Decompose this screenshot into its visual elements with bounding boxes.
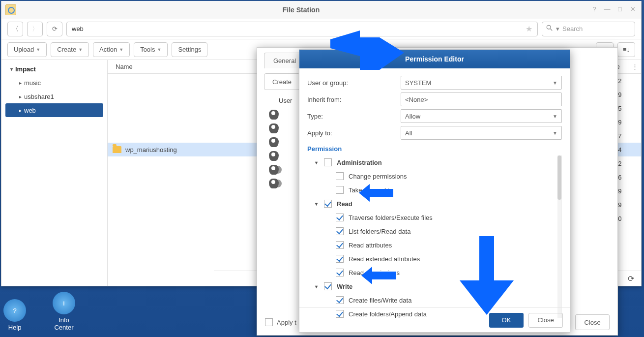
user-or-group-label: User or group:: [307, 79, 401, 87]
chevron-right-icon: 〉: [32, 25, 38, 33]
user-icon: [269, 151, 279, 161]
checkbox[interactable]: [336, 255, 344, 263]
type-label: Type:: [307, 113, 401, 120]
user-or-group-select[interactable]: SYSTEM▼: [401, 76, 562, 90]
checkbox[interactable]: [324, 200, 332, 208]
close-icon[interactable]: ✕: [628, 5, 637, 14]
info-icon: i: [63, 300, 65, 307]
path-value: web: [72, 25, 84, 32]
group-icon: [269, 179, 279, 188]
search-placeholder: Search: [562, 25, 583, 32]
perm-group-write[interactable]: ▾Write: [307, 279, 559, 293]
checkbox[interactable]: [336, 296, 344, 304]
perm-item[interactable]: Read permissions: [307, 266, 559, 279]
permission-editor-dialog: Permission Editor User or group: SYSTEM▼…: [299, 49, 570, 333]
inherit-label: Inherit from:: [307, 96, 401, 103]
svg-point-0: [547, 25, 551, 29]
perm-item[interactable]: List folders/Read data: [307, 224, 559, 238]
perm-item[interactable]: Change permissions: [307, 169, 559, 183]
perm-item[interactable]: Traverse folders/Execute files: [307, 211, 559, 224]
settings-button[interactable]: Settings: [172, 42, 207, 57]
search-input[interactable]: ▾ Search: [542, 22, 635, 36]
collapse-icon: ▾: [8, 66, 14, 72]
caret-down-icon: ▼: [553, 80, 557, 86]
checkbox[interactable]: [336, 214, 344, 221]
sidebar: ▾Impact ▸music ▸usbshare1 ▸web: [1, 60, 108, 286]
collapse-icon: ▾: [315, 201, 321, 207]
scrollbar[interactable]: [557, 155, 561, 318]
upload-button[interactable]: Upload▼: [7, 42, 47, 57]
checkbox[interactable]: [336, 172, 344, 180]
create-button[interactable]: Create▼: [51, 42, 89, 57]
ok-button[interactable]: OK: [489, 313, 524, 328]
perm-group-read[interactable]: ▾Read: [307, 197, 559, 211]
menu-dots-icon[interactable]: ⋮: [632, 63, 638, 70]
file-name: wp_mariushosting: [125, 146, 177, 153]
maximize-icon[interactable]: □: [615, 5, 624, 14]
minimize-icon[interactable]: —: [603, 5, 612, 14]
nav-toolbar: 〈 〉 ⟳ web ★ ▾ Search: [1, 19, 641, 39]
caret-down-icon: ▼: [36, 47, 40, 52]
group-icon: [269, 165, 279, 175]
refresh-icon: ⟳: [52, 25, 58, 32]
folder-icon: [113, 146, 121, 153]
window-title: File Station: [16, 6, 586, 14]
taskbar-info-center[interactable]: i Info Center: [49, 292, 79, 331]
apply-to-label: Apply to:: [307, 129, 401, 137]
caret-down-icon: ▼: [553, 114, 557, 119]
action-button[interactable]: Action▼: [93, 42, 130, 57]
help-icon: ?: [13, 307, 16, 314]
refresh-button[interactable]: ⟳: [47, 22, 62, 36]
perm-item[interactable]: Read attributes: [307, 238, 559, 252]
perm-item[interactable]: Take ownership: [307, 183, 559, 197]
permission-section-title: Permission: [307, 145, 562, 153]
tools-button[interactable]: Tools▼: [134, 42, 168, 57]
svg-line-1: [551, 29, 553, 31]
close-button[interactable]: Close: [528, 313, 563, 328]
checkbox[interactable]: [336, 241, 344, 249]
user-icon: [269, 110, 279, 120]
app-icon: [5, 4, 16, 15]
perm-group-administration[interactable]: ▾Administration: [307, 155, 559, 169]
tree-item-web[interactable]: ▸web: [5, 103, 103, 117]
collapse-icon: ▾: [315, 160, 321, 165]
permission-tree: ▾Administration Change permissions Take …: [307, 155, 562, 318]
checkbox[interactable]: [336, 269, 344, 276]
expand-icon: ▸: [17, 108, 23, 113]
refresh-icon[interactable]: ⟳: [628, 274, 634, 283]
user-icon: [269, 123, 279, 133]
user-icon: [269, 137, 279, 147]
checkbox[interactable]: [336, 186, 344, 194]
create-permission-button[interactable]: Create: [264, 73, 300, 90]
help-icon[interactable]: ?: [590, 5, 599, 14]
dialog-title: Permission Editor: [299, 50, 570, 68]
chevron-left-icon: 〈: [12, 25, 19, 33]
search-icon: [546, 25, 553, 33]
expand-icon: ▸: [17, 80, 23, 86]
inherit-display: <None>: [401, 92, 562, 106]
caret-down-icon: ▼: [553, 130, 557, 136]
titlebar: File Station ? — □ ✕: [1, 1, 641, 19]
collapse-icon: ▾: [315, 284, 321, 289]
path-input[interactable]: web ★: [66, 22, 538, 36]
apply-to-select[interactable]: All▼: [401, 126, 562, 140]
sort-button[interactable]: ≡↓: [617, 42, 635, 57]
caret-down-icon: ▼: [119, 47, 123, 52]
taskbar-help[interactable]: ? Help: [0, 299, 29, 331]
back-button[interactable]: 〈: [7, 22, 23, 36]
apply-checkbox[interactable]: [265, 318, 273, 326]
perm-item[interactable]: Read extended attributes: [307, 252, 559, 266]
tree-item-usbshare1[interactable]: ▸usbshare1: [5, 90, 103, 103]
tree-item-music[interactable]: ▸music: [5, 76, 103, 90]
caret-down-icon: ▼: [157, 47, 162, 52]
close-button[interactable]: Close: [575, 314, 610, 330]
perm-item[interactable]: Create files/Write data: [307, 293, 559, 307]
forward-button[interactable]: 〉: [27, 22, 43, 36]
checkbox[interactable]: [336, 227, 344, 235]
type-select[interactable]: Allow▼: [401, 109, 562, 123]
checkbox[interactable]: [324, 158, 332, 166]
tree-root[interactable]: ▾Impact: [5, 62, 103, 76]
favorite-icon[interactable]: ★: [526, 24, 532, 33]
checkbox[interactable]: [324, 282, 332, 290]
caret-down-icon: ▼: [78, 47, 83, 52]
